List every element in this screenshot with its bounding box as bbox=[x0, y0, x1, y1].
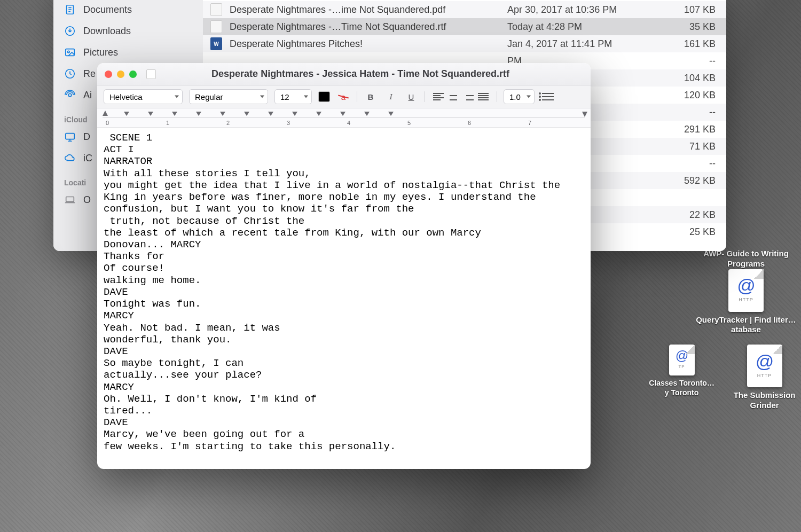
sidebar-item-label: D bbox=[83, 131, 90, 143]
file-size: 22 KB bbox=[657, 209, 721, 221]
minimize-button[interactable] bbox=[117, 71, 124, 78]
sidebar-item-label: iC bbox=[83, 153, 92, 164]
at-icon: @ bbox=[755, 351, 774, 372]
underline-button[interactable]: U bbox=[404, 90, 418, 103]
align-center-button[interactable] bbox=[446, 90, 460, 103]
align-left-button[interactable] bbox=[431, 90, 445, 103]
align-justify-button[interactable] bbox=[476, 90, 490, 103]
window-title: Desperate Nightmares - Jessica Hatem - T… bbox=[138, 68, 583, 80]
ruler-tab-stop[interactable] bbox=[388, 112, 394, 116]
font-family-select[interactable]: Helvetica bbox=[104, 89, 183, 104]
file-type-icon bbox=[210, 3, 222, 16]
ruler-number: 0 bbox=[106, 120, 109, 126]
ruler-tab-stop[interactable] bbox=[244, 112, 249, 116]
file-size: 104 KB bbox=[657, 73, 721, 84]
font-size-select[interactable]: 12 bbox=[274, 89, 312, 104]
file-size: 25 KB bbox=[657, 226, 721, 238]
ruler-number: 3 bbox=[287, 120, 290, 126]
download-icon bbox=[64, 25, 76, 37]
line-spacing-select[interactable]: 1.0 bbox=[504, 89, 535, 104]
ruler[interactable]: 01234567 bbox=[97, 108, 591, 128]
at-icon: @ bbox=[737, 275, 756, 296]
ruler-tab-stop[interactable] bbox=[268, 112, 273, 116]
file-name: Desperate Nightmares -…Time Not Squander… bbox=[230, 21, 507, 33]
ruler-number: 2 bbox=[226, 120, 230, 126]
file-row[interactable]: WDesperate Nightmares Pitches!Jan 4, 201… bbox=[203, 35, 726, 52]
close-button[interactable] bbox=[105, 71, 112, 78]
textedit-window[interactable]: Desperate Nightmares - Jessica Hatem - T… bbox=[97, 63, 591, 469]
desktop-icon-label: AWP- Guide to Writing Programs bbox=[695, 249, 797, 269]
titlebar[interactable]: Desperate Nightmares - Jessica Hatem - T… bbox=[97, 63, 591, 85]
ruler-tab-stop[interactable] bbox=[172, 112, 177, 116]
desktop-icon-grinder[interactable]: @ HTTP The Submission Grinder bbox=[732, 345, 797, 411]
separator bbox=[497, 91, 497, 102]
font-style-select[interactable]: Regular bbox=[189, 89, 268, 104]
webloc-file-icon: @ HTTP bbox=[728, 269, 764, 312]
format-toolbar: Helvetica Regular 12 a B I U 1.0 bbox=[97, 85, 591, 108]
clock-icon bbox=[64, 68, 76, 80]
ruler-tab-stop[interactable] bbox=[148, 112, 153, 116]
file-size: 161 KB bbox=[657, 38, 721, 50]
separator bbox=[357, 91, 357, 102]
ruler-tab-stop[interactable] bbox=[220, 112, 225, 116]
svg-point-5 bbox=[68, 93, 72, 97]
ruler-tab-stop[interactable] bbox=[316, 112, 321, 116]
cloud-icon bbox=[64, 152, 76, 164]
ruler-tab-stop[interactable] bbox=[124, 112, 129, 116]
bold-button[interactable]: B bbox=[364, 90, 378, 103]
desktop-icon bbox=[64, 131, 76, 143]
airdrop-icon bbox=[64, 89, 76, 101]
list-style-button[interactable] bbox=[541, 90, 555, 103]
sidebar-item-label: Documents bbox=[83, 4, 132, 15]
http-badge: HTTP bbox=[757, 373, 772, 378]
ruler-ticks: 01234567 bbox=[103, 118, 585, 127]
align-right-button[interactable] bbox=[461, 90, 475, 103]
ruler-number: 5 bbox=[407, 120, 411, 126]
file-type-icon bbox=[210, 20, 222, 33]
sidebar-item-downloads[interactable]: Downloads bbox=[53, 20, 203, 42]
desktop-icon-label: The Submission Grinder bbox=[732, 390, 797, 411]
strikethrough-color-button[interactable]: a bbox=[336, 90, 350, 103]
file-size: -- bbox=[657, 107, 721, 118]
file-size: 120 KB bbox=[657, 90, 721, 101]
zoom-button[interactable] bbox=[129, 71, 137, 78]
desktop-icon-awp[interactable]: AWP- Guide to Writing Programs @ HTTP Qu… bbox=[695, 246, 797, 335]
sidebar-item-label: O bbox=[83, 194, 91, 206]
file-size: -- bbox=[657, 56, 721, 67]
document-body[interactable]: SCENE 1 ACT I NARRATOR With all these st… bbox=[97, 128, 591, 469]
ruler-tab-stop[interactable] bbox=[364, 112, 370, 116]
separator bbox=[425, 91, 425, 102]
ruler-tab-stop[interactable] bbox=[292, 112, 297, 116]
desktop-icon-classes[interactable]: @ TP Classes Toronto…y Toronto bbox=[647, 345, 716, 397]
ruler-number: 7 bbox=[528, 120, 531, 126]
ruler-right-margin[interactable] bbox=[582, 112, 587, 117]
file-name: Desperate Nightmares -…ime Not Squandere… bbox=[230, 4, 507, 15]
alignment-group bbox=[431, 90, 490, 103]
file-size: 107 KB bbox=[657, 4, 721, 15]
sidebar-item-label: Pictures bbox=[83, 47, 118, 58]
file-size: 35 KB bbox=[657, 21, 721, 33]
webloc-file-icon: @ TP bbox=[669, 345, 695, 375]
ruler-number: 4 bbox=[347, 120, 350, 126]
sidebar-item-label: Downloads bbox=[83, 26, 131, 37]
text-color-button[interactable] bbox=[318, 91, 330, 102]
at-icon: @ bbox=[675, 348, 688, 363]
sidebar-section-label: iCloud bbox=[64, 115, 88, 124]
ruler-number: 1 bbox=[166, 120, 169, 126]
file-date: Jan 4, 2017 at 11:41 PM bbox=[507, 38, 657, 50]
traffic-lights bbox=[105, 71, 137, 78]
italic-button[interactable]: I bbox=[384, 90, 398, 103]
ruler-number: 6 bbox=[468, 120, 471, 126]
file-size: 291 KB bbox=[657, 124, 721, 135]
svg-point-3 bbox=[67, 51, 69, 53]
ruler-tab-stop[interactable] bbox=[340, 112, 345, 116]
sidebar-item-documents[interactable]: Documents bbox=[53, 0, 203, 20]
line-spacing-value: 1.0 bbox=[509, 92, 521, 101]
file-row[interactable]: Desperate Nightmares -…Time Not Squander… bbox=[203, 18, 726, 35]
file-row[interactable]: Desperate Nightmares -…ime Not Squandere… bbox=[203, 1, 726, 18]
http-badge: TP bbox=[678, 364, 685, 369]
sidebar-item-pictures[interactable]: Pictures bbox=[53, 42, 203, 63]
doc-icon bbox=[64, 4, 76, 15]
ruler-left-margin[interactable] bbox=[103, 111, 108, 116]
ruler-tab-stop[interactable] bbox=[196, 112, 201, 116]
